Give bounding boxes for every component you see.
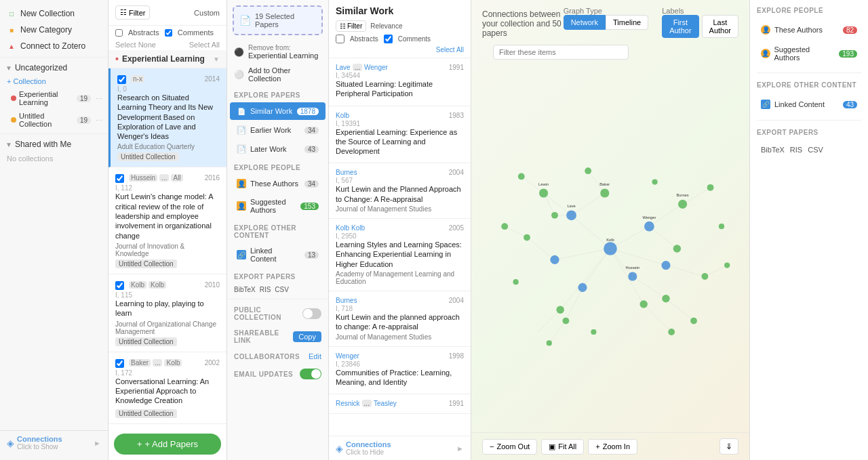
- graph-node[interactable]: [556, 306, 564, 313]
- similar-item[interactable]: Kolb 1983 I, 19391 Experiential Learning…: [329, 106, 471, 164]
- graph-node[interactable]: [501, 223, 508, 230]
- untitled-collection-item[interactable]: Untitled Collection 19 ⋯: [0, 109, 108, 131]
- graph-node[interactable]: [673, 245, 681, 252]
- new-category-item[interactable]: ■ New Category: [0, 22, 108, 38]
- csv-btn[interactable]: CSV: [275, 286, 289, 293]
- paper-item[interactable]: n-x 2014 I, 0 Research on Situated Learn…: [108, 68, 226, 167]
- last-author-btn[interactable]: Last Author: [702, 15, 738, 38]
- experiential-more-btn[interactable]: ⋯: [96, 95, 102, 102]
- rs-these-authors-item[interactable]: 👤 These Authors 82: [757, 22, 861, 37]
- graph-node[interactable]: [724, 263, 730, 268]
- graph-node[interactable]: [524, 234, 530, 241]
- similar-work-item[interactable]: 📄 Similar Work 1878: [230, 102, 326, 120]
- similar-comments-checkbox[interactable]: [384, 35, 393, 43]
- graph-node[interactable]: [518, 173, 525, 180]
- zoom-in-btn[interactable]: + Zoom In: [588, 439, 637, 455]
- first-author-btn[interactable]: First Author: [662, 15, 698, 38]
- similar-footer[interactable]: ◈ Connections Click to Hide ►: [329, 436, 471, 460]
- graph-node[interactable]: [662, 295, 669, 302]
- copy-button[interactable]: Copy: [293, 331, 321, 342]
- comments-checkbox[interactable]: [165, 29, 172, 37]
- graph-node[interactable]: [604, 242, 617, 255]
- linked-content-item[interactable]: 🔗 Linked Content 13: [230, 243, 326, 267]
- graph-node[interactable]: [513, 279, 519, 285]
- relevance-btn[interactable]: Relevance: [370, 22, 402, 30]
- paper-item[interactable]: Hussein ... All 2016 I, 112 Kurt Lewin's…: [108, 167, 226, 274]
- rs-bibtex-btn[interactable]: BibTeX: [761, 146, 785, 154]
- bibtex-btn[interactable]: BibTeX: [234, 286, 256, 293]
- uncategorized-item[interactable]: ▼ Uncategorized: [0, 60, 108, 75]
- graph-node[interactable]: [668, 329, 675, 335]
- fit-all-btn[interactable]: ▣ Fit All: [541, 439, 584, 455]
- similar-item[interactable]: Burnes 2004 I, 718 Kurt Lewin and the pl…: [329, 291, 471, 347]
- graph-node[interactable]: [678, 200, 687, 209]
- graph-node[interactable]: [566, 210, 576, 220]
- paper-item[interactable]: hebert 2015 I, 70: [108, 424, 226, 428]
- connect-zotero-item[interactable]: ▲ Connect to Zotero: [0, 38, 108, 54]
- select-none-btn[interactable]: Select None: [115, 41, 156, 49]
- graph-node[interactable]: [539, 188, 548, 197]
- experiential-learning-item[interactable]: Experiential Learning 19 ⋯: [0, 87, 108, 109]
- graph-node[interactable]: [591, 329, 596, 335]
- paper-item[interactable]: Kolb Kolb 2010 I, 115 Learning to play, …: [108, 274, 226, 352]
- similar-item[interactable]: Resnick ... Teasley 1991: [329, 394, 471, 414]
- suggested-authors-item[interactable]: 👤 Suggested Authors 153: [230, 194, 326, 218]
- graph-node[interactable]: [600, 188, 609, 197]
- later-work-item[interactable]: 📄 Later Work 43: [230, 140, 326, 158]
- paper-checkbox[interactable]: [115, 174, 124, 183]
- rs-linked-content-item[interactable]: 🔗 Linked Content 43: [757, 97, 861, 112]
- graph-node[interactable]: [719, 224, 724, 229]
- network-btn[interactable]: Network: [564, 15, 606, 30]
- edit-button[interactable]: Edit: [309, 352, 321, 360]
- graph-node[interactable]: [562, 318, 569, 325]
- graph-node[interactable]: [578, 283, 587, 292]
- similar-filter-btn[interactable]: ☷ Filter: [336, 20, 366, 32]
- timeline-btn[interactable]: Timeline: [606, 15, 648, 30]
- add-papers-button[interactable]: + + Add Papers: [114, 434, 221, 455]
- graph-node[interactable]: [639, 300, 647, 308]
- connections-footer[interactable]: ◈ Connections Click to Show ►: [0, 430, 108, 455]
- rs-csv-btn[interactable]: CSV: [808, 146, 823, 154]
- similar-item[interactable]: Wenger 1998 I, 23846 Communities of Prac…: [329, 347, 471, 395]
- email-updates-toggle[interactable]: [300, 369, 321, 379]
- similar-item[interactable]: Burnes 2004 I, 567 Kurt Lewin and the Pl…: [329, 163, 471, 219]
- public-collection-toggle[interactable]: [302, 308, 321, 319]
- abstracts-checkbox[interactable]: [115, 29, 123, 37]
- earlier-work-item[interactable]: 📄 Earlier Work 34: [230, 121, 326, 139]
- graph-node[interactable]: [547, 340, 552, 346]
- graph-node[interactable]: [707, 184, 714, 191]
- custom-button[interactable]: Custom: [194, 9, 220, 17]
- download-btn[interactable]: ⇓: [719, 438, 738, 455]
- paper-checkbox[interactable]: [117, 75, 126, 84]
- filter-button[interactable]: ☷ Filter: [115, 5, 150, 20]
- graph-node[interactable]: [585, 167, 591, 174]
- select-all-btn[interactable]: Select All: [189, 41, 220, 49]
- graph-node[interactable]: [652, 180, 658, 185]
- untitled-more-btn[interactable]: ⋯: [96, 117, 102, 124]
- add-to-collection-item[interactable]: ⚪ Add to Other Collection: [227, 63, 328, 86]
- similar-abstracts-checkbox[interactable]: [336, 35, 344, 43]
- graph-node[interactable]: [661, 261, 670, 270]
- shared-with-me-item[interactable]: ▼ Shared with Me: [0, 137, 108, 152]
- similar-item[interactable]: Kolb Kolb 2005 I, 2950 Learning Styles a…: [329, 219, 471, 291]
- graph-node[interactable]: [701, 273, 708, 280]
- graph-node[interactable]: [628, 272, 637, 280]
- remove-from-item[interactable]: ⚫ Remove from: Experiential Learning: [227, 41, 328, 63]
- zoom-out-btn[interactable]: − Zoom Out: [482, 439, 537, 455]
- paper-checkbox[interactable]: [115, 359, 124, 368]
- graph-node[interactable]: [551, 212, 558, 219]
- similar-select-all-btn[interactable]: Select All: [336, 45, 464, 55]
- graph-node[interactable]: [690, 318, 697, 325]
- rs-suggested-authors-item[interactable]: 👤 Suggested Authors 193: [757, 43, 861, 64]
- filter-input[interactable]: [493, 45, 629, 60]
- paper-item[interactable]: Baker ... Kolb 2002 I, 172 Conversationa…: [108, 352, 226, 425]
- graph-node[interactable]: [644, 222, 654, 232]
- plus-collection-btn[interactable]: + Collection: [0, 75, 108, 87]
- ris-btn[interactable]: RIS: [260, 286, 271, 293]
- these-authors-item[interactable]: 👤 These Authors 34: [230, 175, 326, 192]
- graph-node[interactable]: [550, 255, 559, 264]
- similar-item[interactable]: Lave ... Wenger 1991 I, 34544 Situated L…: [329, 58, 471, 106]
- paper-checkbox[interactable]: [115, 281, 124, 290]
- new-collection-item[interactable]: □ New Collection: [0, 5, 108, 22]
- rs-ris-btn[interactable]: RIS: [790, 146, 802, 154]
